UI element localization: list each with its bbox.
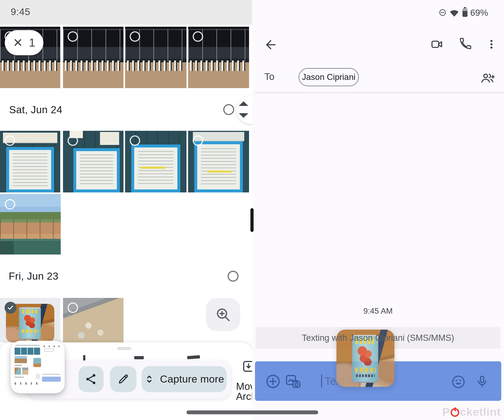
move-archive-label-line1: Mov (236, 381, 252, 392)
move-archive-label-line2: Arcl (236, 391, 252, 402)
photo-thumbnail[interactable] (63, 131, 124, 192)
photo-thumbnail[interactable] (0, 131, 60, 192)
plus-icon (265, 374, 281, 389)
battery-percent: 69% (470, 8, 488, 18)
selection-circle-icon[interactable] (68, 135, 78, 146)
select-date-circle-icon[interactable] (223, 104, 234, 115)
emoji-button[interactable] (451, 375, 466, 389)
unfold-more-icon (144, 374, 155, 384)
selection-count: 1 (29, 36, 35, 49)
selection-pill[interactable]: ✕ 1 (5, 30, 43, 55)
scrubber-fab[interactable] (236, 96, 252, 124)
mic-icon (475, 374, 489, 389)
paper-art (76, 151, 117, 189)
selection-circle-icon[interactable] (130, 135, 140, 146)
photo-thumbnail[interactable] (125, 27, 186, 88)
split-divider-handle[interactable] (250, 208, 254, 232)
screenshot-thumbnail[interactable] (11, 341, 65, 393)
photos-pane: 9:45 ✕ 1 Sat, Jun 24 (0, 0, 252, 420)
hidden-action-icon (187, 355, 200, 359)
photo-thumbnail[interactable] (0, 194, 61, 254)
watermark: P cketlint (442, 405, 501, 418)
selection-circle-icon[interactable] (5, 135, 15, 146)
close-icon[interactable]: ✕ (13, 37, 23, 49)
photo-thumbnail[interactable] (63, 298, 124, 342)
selection-circle-icon[interactable] (193, 135, 203, 146)
mic-button[interactable] (475, 374, 489, 389)
move-archive-button[interactable] (242, 360, 252, 373)
photo-thumbnail-selected[interactable] (0, 298, 60, 342)
to-label: To (264, 71, 274, 82)
status-time: 9:45 (11, 6, 30, 17)
selection-circle-icon[interactable] (68, 31, 78, 42)
power-icon (450, 408, 459, 417)
sort-down-icon (239, 113, 248, 118)
paper-art (9, 150, 51, 189)
selection-circle-icon[interactable] (193, 31, 203, 42)
recipient-name: Jason Cipriani (302, 72, 355, 82)
archive-icon (242, 360, 252, 373)
photo-thumbnail[interactable] (188, 27, 249, 88)
more-menu-button[interactable] (486, 38, 497, 51)
gallery-button[interactable] (285, 374, 301, 389)
screenshot-thumbnail-content (13, 343, 62, 391)
person-add-icon (480, 71, 495, 84)
time-separator: 9:45 AM (252, 306, 504, 315)
selection-circle-icon[interactable] (130, 31, 140, 42)
emoji-icon (451, 375, 466, 389)
back-icon (264, 38, 277, 51)
split-screen: 9:45 ✕ 1 Sat, Jun 24 (0, 0, 504, 420)
paper-art (134, 147, 177, 189)
date-header: Sat, Jun 24 (9, 104, 62, 116)
phone-icon (459, 38, 472, 51)
text-cursor (321, 374, 322, 388)
selection-circle-icon[interactable] (5, 199, 15, 210)
selection-circle-icon[interactable] (68, 302, 78, 313)
zoom-in-fab[interactable] (206, 298, 240, 331)
share-icon (85, 373, 97, 385)
wifi-icon (449, 9, 459, 17)
select-date-circle-icon[interactable] (228, 271, 239, 282)
watermark-suffix: cketlint (460, 405, 501, 418)
messages-pane: 69% To Jason Cipriani 9:45 AM Texting wi… (252, 0, 504, 420)
share-button[interactable] (78, 366, 104, 392)
recipient-chip[interactable]: Jason Cipriani (299, 68, 359, 86)
paper-art (197, 144, 240, 189)
drag-handle[interactable] (117, 347, 131, 350)
edit-button[interactable] (110, 366, 137, 392)
photo-thumbnail[interactable] (125, 131, 186, 192)
divider (255, 92, 504, 93)
status-bar-left: 9:45 (0, 0, 252, 25)
videocam-icon (430, 38, 444, 51)
sort-up-icon (239, 101, 248, 106)
add-contact-button[interactable] (480, 71, 495, 84)
check-icon[interactable] (5, 302, 16, 314)
call-button[interactable] (459, 38, 472, 51)
pencil-icon (117, 373, 129, 385)
gallery-camera-icon (285, 374, 301, 389)
back-button[interactable] (264, 38, 277, 51)
dragged-photo-ghost (336, 330, 394, 387)
capture-more-label: Capture more (160, 373, 224, 385)
more-vert-icon (486, 38, 497, 51)
photo-thumbnail[interactable] (188, 131, 249, 192)
photo-thumbnail[interactable] (63, 27, 124, 88)
zoom-in-icon (215, 306, 231, 323)
nav-handle[interactable] (186, 410, 318, 414)
watermark-prefix: P (442, 405, 450, 418)
battery-icon (462, 8, 468, 17)
dnd-icon (439, 9, 446, 16)
capture-more-button[interactable]: Capture more (142, 366, 227, 392)
video-call-button[interactable] (430, 38, 444, 51)
attach-button[interactable] (265, 374, 281, 389)
hidden-action-icon (134, 356, 144, 359)
date-header: Fri, Jun 23 (9, 270, 58, 282)
